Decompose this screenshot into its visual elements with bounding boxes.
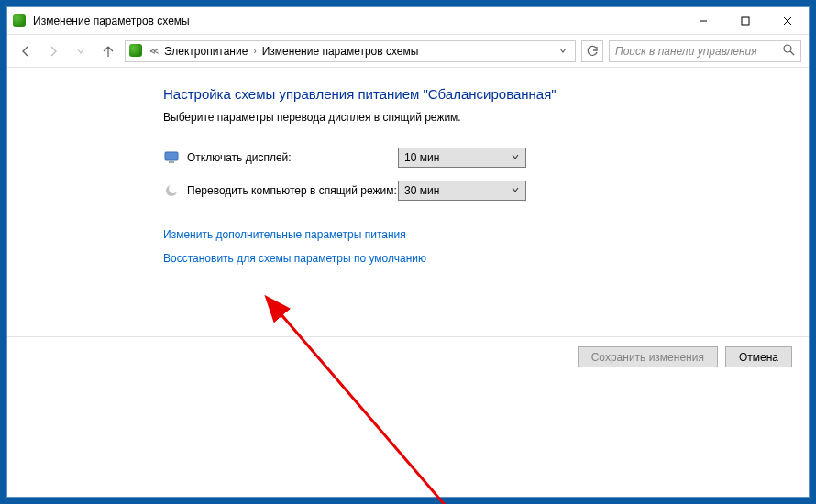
window-title: Изменение параметров схемы (33, 15, 190, 27)
power-options-icon (129, 44, 144, 59)
links-section: Изменить дополнительные параметры питани… (163, 228, 809, 265)
breadcrumb-separator: › (251, 46, 258, 56)
svg-rect-1 (742, 17, 749, 25)
content-area: Настройка схемы управления питанием "Сба… (7, 68, 809, 497)
divider (7, 336, 809, 337)
window: Изменение параметров схемы (6, 6, 810, 498)
minimize-button[interactable] (682, 7, 724, 34)
link-advanced-settings[interactable]: Изменить дополнительные параметры питани… (163, 228, 809, 241)
refresh-button[interactable] (581, 40, 603, 62)
link-restore-defaults[interactable]: Восстановить для схемы параметры по умол… (163, 252, 809, 265)
address-dropdown-icon[interactable] (558, 45, 568, 58)
select-value: 30 мин (404, 184, 439, 197)
save-button[interactable]: Сохранить изменения (578, 346, 718, 367)
moon-icon (163, 182, 180, 199)
navigation-bar: ≪ Электропитание › Изменение параметров … (7, 35, 809, 68)
breadcrumb-edit-plan[interactable]: Изменение параметров схемы (262, 45, 419, 58)
chevron-down-icon (511, 184, 520, 197)
setting-label: Переводить компьютер в спящий режим: (187, 184, 398, 197)
search-input[interactable] (615, 45, 782, 58)
monitor-icon (163, 149, 180, 166)
page-subheading: Выберите параметры перевода дисплея в сп… (163, 111, 809, 124)
setting-sleep: Переводить компьютер в спящий режим: 30 … (163, 181, 809, 201)
power-options-icon (13, 14, 28, 28)
setting-label: Отключать дисплей: (187, 151, 398, 164)
titlebar: Изменение параметров схемы (7, 7, 809, 35)
svg-rect-7 (169, 161, 174, 163)
sleep-timeout-select[interactable]: 30 мин (398, 181, 526, 201)
search-box[interactable] (609, 40, 801, 62)
select-value: 10 мин (404, 151, 439, 164)
nav-back-button[interactable] (15, 40, 37, 62)
setting-turn-off-display: Отключать дисплей: 10 мин (163, 148, 809, 168)
address-bar[interactable]: ≪ Электропитание › Изменение параметров … (125, 40, 576, 62)
svg-line-5 (790, 51, 794, 55)
nav-forward-button[interactable] (42, 40, 64, 62)
svg-rect-6 (165, 152, 178, 160)
maximize-button[interactable] (724, 7, 766, 34)
nav-up-button[interactable] (97, 40, 119, 62)
button-bar: Сохранить изменения Отмена (578, 346, 792, 367)
annotation-arrow (262, 295, 473, 504)
display-timeout-select[interactable]: 10 мин (398, 148, 526, 168)
nav-recent-dropdown[interactable] (70, 40, 92, 62)
close-button[interactable] (766, 7, 809, 34)
breadcrumb-separator: ≪ (148, 46, 160, 56)
svg-point-4 (784, 45, 791, 52)
cancel-button[interactable]: Отмена (725, 346, 792, 367)
svg-line-11 (279, 312, 446, 504)
search-icon (782, 43, 795, 60)
breadcrumb-power-options[interactable]: Электропитание (164, 45, 248, 58)
svg-point-9 (169, 184, 178, 193)
page-heading: Настройка схемы управления питанием "Сба… (163, 86, 809, 102)
chevron-down-icon (511, 151, 520, 164)
